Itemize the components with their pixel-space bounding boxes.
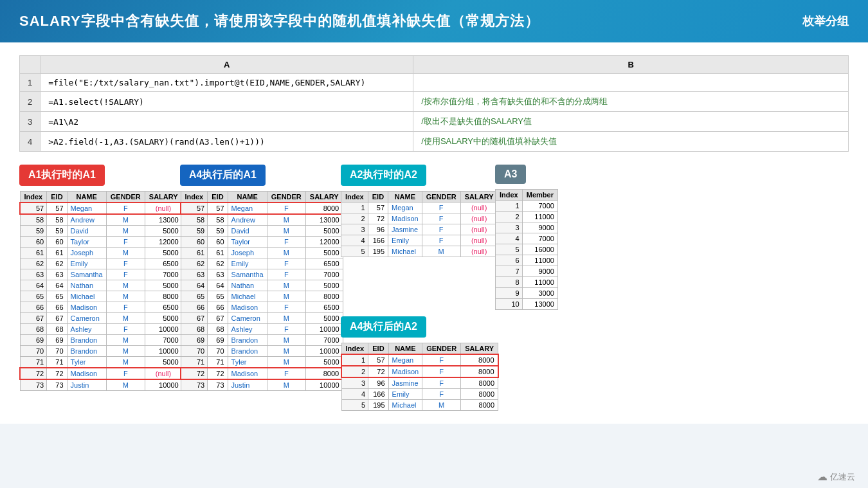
cell-eid: 73 [208, 379, 228, 391]
cell-eid: 61 [208, 248, 228, 258]
cell-member: 3000 [522, 288, 557, 299]
cell-eid: 166 [368, 235, 388, 246]
cell-gender: F [422, 203, 460, 213]
cell-index: 9 [496, 288, 523, 299]
cell-index: 63 [20, 269, 47, 280]
cell-index: 73 [20, 379, 47, 391]
cell-gender: M [106, 248, 145, 258]
cell-salary: 8000 [305, 291, 343, 302]
col-header: SALARY [461, 343, 498, 355]
cell-gender: M [267, 346, 305, 357]
cell-gender: M [267, 379, 305, 391]
section-a2-after: A4执行后的A2 IndexEIDNAMEGENDERSALARY157Mega… [341, 316, 585, 411]
cell-index: 71 [20, 357, 47, 368]
table-row: 5195MichaelM(null) [341, 246, 498, 257]
formula-col-b: /取出不是缺失值的SALARY值 [413, 112, 849, 132]
cell-name: Nathan [228, 280, 267, 291]
cell-index: 60 [181, 237, 208, 248]
badge-a2-before: A2执行时的A2 [341, 165, 426, 186]
cell-index: 72 [181, 368, 208, 379]
header-tag: 枚举分组 [802, 14, 849, 29]
cell-name: Taylor [228, 237, 267, 248]
cell-name: Ashley [228, 324, 267, 335]
cell-gender: F [267, 237, 305, 248]
section-a1-after: A4执行后的A1 IndexEIDNAMEGENDERSALARY5757Meg… [180, 165, 328, 411]
formula-table: A B 1 =file("E:/txt/salary_nan.txt").imp… [19, 55, 849, 152]
cell-salary: 8000 [461, 377, 498, 389]
table-a1-before-table: IndexEIDNAMEGENDERSALARY5757MeganF(null)… [19, 191, 183, 391]
cell-salary: 5000 [145, 226, 182, 237]
cell-gender: M [106, 280, 145, 291]
cell-gender: M [267, 280, 305, 291]
cell-gender: F [106, 203, 145, 214]
col-header: Index [341, 192, 368, 203]
col-header: GENDER [267, 192, 305, 203]
cell-name: Emily [67, 258, 106, 269]
cell-index: 5 [341, 246, 368, 257]
cell-eid: 57 [47, 203, 67, 214]
cell-eid: 63 [47, 269, 67, 280]
table-row: 5959DavidM5000 [181, 226, 343, 237]
cell-salary: 12000 [145, 237, 182, 248]
table-row: 7171TylerM5000 [181, 357, 343, 368]
cell-name: Michael [228, 291, 267, 302]
cell-eid: 166 [368, 389, 388, 400]
cell-index: 6 [496, 255, 523, 266]
cell-eid: 61 [47, 248, 67, 258]
table-row: 39000 [496, 222, 558, 233]
top-right: A2执行时的A2 IndexEIDNAMEGENDERSALARY157Mega… [341, 165, 585, 310]
cell-name: Justin [67, 379, 106, 391]
formula-col-a: =file("E:/txt/salary_nan.txt").import@t(… [41, 74, 413, 92]
table-row: 7070BrandonM10000 [181, 346, 343, 357]
cell-index: 64 [181, 280, 208, 291]
cell-index: 4 [341, 235, 368, 246]
cell-eid: 60 [208, 237, 228, 248]
cell-index: 2 [341, 366, 368, 377]
cell-salary: (null) [145, 368, 182, 379]
cell-index: 1 [341, 354, 368, 366]
cell-index: 4 [341, 389, 368, 400]
col-header: EID [47, 192, 67, 203]
formula-col-b: /按布尔值分组，将含有缺失值的和不含的分成两组 [413, 92, 849, 112]
cell-gender: F [422, 366, 461, 377]
cell-index: 2 [341, 213, 368, 224]
table-row: 6666MadisonF6500 [20, 302, 182, 313]
cell-index: 68 [181, 324, 208, 335]
table-row: 611000 [496, 255, 558, 266]
cell-index: 65 [181, 291, 208, 302]
cell-eid: 57 [208, 203, 228, 214]
cell-gender: M [106, 313, 145, 324]
cell-eid: 63 [208, 269, 228, 280]
formula-row: 2 =A1.select(!SALARY) /按布尔值分组，将含有缺失值的和不含… [20, 92, 849, 112]
cell-salary: (null) [145, 203, 182, 214]
cell-index: 2 [496, 212, 523, 222]
cell-eid: 72 [47, 368, 67, 379]
table-row: 811000 [496, 277, 558, 288]
table-row: 7272MadisonF8000 [181, 368, 343, 379]
cell-salary: 10000 [145, 379, 182, 391]
cell-index: 70 [20, 346, 47, 357]
cell-eid: 59 [47, 226, 67, 237]
cell-gender: M [106, 214, 145, 226]
cell-name: Michael [388, 400, 422, 411]
cell-eid: 195 [368, 400, 388, 411]
cell-gender: F [422, 235, 460, 246]
cell-index: 58 [181, 214, 208, 226]
cell-eid: 195 [368, 246, 388, 257]
cell-salary: 13000 [305, 214, 343, 226]
col-header: NAME [228, 192, 267, 203]
cell-gender: F [267, 203, 305, 214]
cell-index: 63 [181, 269, 208, 280]
cell-name: Megan [228, 203, 267, 214]
cell-eid: 70 [208, 346, 228, 357]
cell-name: Megan [388, 203, 422, 213]
cell-eid: 58 [208, 214, 228, 226]
col-header: Index [181, 192, 208, 203]
table-row: 4166EmilyF(null) [341, 235, 498, 246]
cell-gender: M [267, 248, 305, 258]
cell-name: Madison [228, 368, 267, 379]
cell-salary: 10000 [305, 379, 343, 391]
cell-salary: 10000 [305, 346, 343, 357]
cell-gender: F [422, 354, 461, 366]
cell-salary: 6500 [305, 302, 343, 313]
